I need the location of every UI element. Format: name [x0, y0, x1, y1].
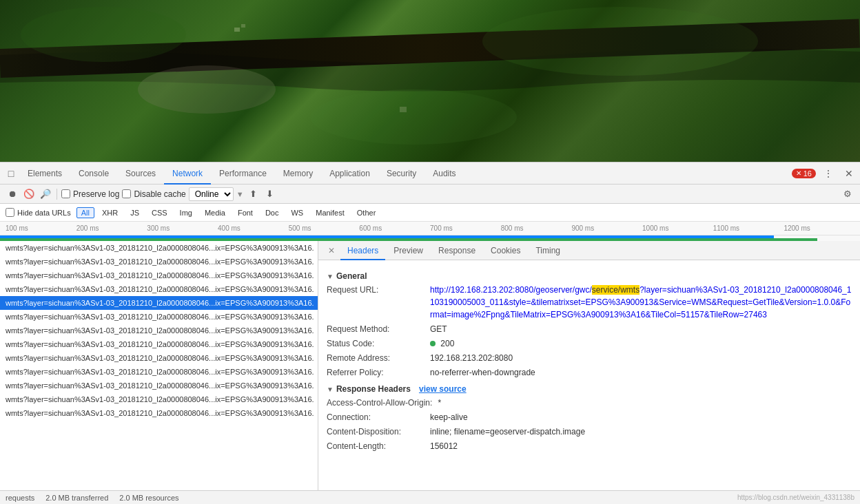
referrer-policy-row: Referrer Policy: no-referrer-when-downgr… [327, 366, 852, 379]
collapse-triangle-icon: ▼ [327, 273, 334, 280]
toolbar-separator [57, 189, 57, 200]
filter-all[interactable]: All [76, 207, 94, 218]
detail-tab-timing[interactable]: Timing [529, 241, 567, 260]
request-method-value: GET [430, 323, 852, 335]
clear-icon[interactable]: 🚫 [22, 187, 36, 201]
tab-network[interactable]: Network [164, 162, 211, 185]
timeline-label-1000ms: 1000 ms [642, 224, 713, 232]
progress-bar-blue [0, 238, 817, 241]
preserve-log-checkbox[interactable]: Preserve log [61, 189, 119, 199]
filter-img[interactable]: Img [175, 207, 197, 218]
filter-other[interactable]: Other [352, 207, 381, 218]
tab-audits[interactable]: Audits [424, 162, 464, 185]
svg-point-1 [482, 7, 758, 76]
content-disposition-value: inline; filename=geoserver-dispatch.imag… [430, 426, 852, 438]
hide-data-urls-checkbox[interactable] [6, 208, 14, 217]
request-item[interactable]: wmts?layer=sichuan%3ASv1-03_20181210_l2a… [0, 310, 318, 324]
filter-media[interactable]: Media [200, 207, 230, 218]
timeline-label-1100ms: 1100 ms [713, 224, 784, 232]
request-item[interactable]: wmts?layer=sichuan%3ASv1-03_20181210_l2a… [0, 351, 318, 365]
request-item[interactable]: wmts?layer=sichuan%3ASv1-03_20181210_l2a… [0, 406, 318, 420]
request-url-value: http://192.168.213.202:8080/geoserver/gw… [430, 284, 852, 321]
detail-tab-preview[interactable]: Preview [387, 241, 430, 260]
transferred-size: 2.0 MB transferred [45, 494, 108, 502]
collapse-triangle-icon: ▼ [327, 386, 334, 393]
request-method-row: Request Method: GET [327, 323, 852, 335]
request-item[interactable]: wmts?layer=sichuan%3ASv1-03_20181210_l2a… [0, 337, 318, 351]
request-item[interactable]: wmts?layer=sichuan%3ASv1-03_20181210_l2a… [0, 241, 318, 255]
content-length-value: 156012 [430, 440, 852, 452]
request-item[interactable]: wmts?layer=sichuan%3ASv1-03_20181210_l2a… [0, 255, 318, 269]
detail-tab-response[interactable]: Response [431, 241, 482, 260]
connection-label: Connection: [327, 411, 430, 423]
timeline-ruler: 100 ms 200 ms 300 ms 400 ms 500 ms 600 m… [0, 222, 860, 235]
timeline-label-800ms: 800 ms [501, 224, 572, 232]
disable-cache-checkbox[interactable]: Disable cache [122, 189, 185, 199]
satellite-image [0, 0, 860, 162]
status-code-row: Status Code: 200 [327, 337, 852, 350]
timeline-label-400ms: 400 ms [218, 224, 289, 232]
filter-manifest[interactable]: Manifest [311, 207, 349, 218]
more-options-icon[interactable]: ⋮ [820, 165, 837, 182]
request-item[interactable]: wmts?layer=sichuan%3ASv1-03_20181210_l2a… [0, 365, 318, 379]
request-item[interactable]: wmts?layer=sichuan%3ASv1-03_20181210_l2a… [0, 379, 318, 392]
progress-bars [0, 235, 860, 241]
tab-sources[interactable]: Sources [117, 162, 164, 185]
timeline-label-700ms: 700 ms [430, 224, 501, 232]
request-item[interactable]: wmts?layer=sichuan%3ASv1-03_20181210_l2a… [0, 269, 318, 282]
tab-console[interactable]: Console [70, 162, 117, 185]
url-part1: http://192.168.213.202:8080/geoserver/gw… [430, 285, 592, 295]
inspect-element-icon[interactable]: □ [3, 165, 19, 182]
filter-doc[interactable]: Doc [260, 207, 284, 218]
tab-application[interactable]: Application [321, 162, 378, 185]
filter-css[interactable]: CSS [147, 207, 172, 218]
tab-elements[interactable]: Elements [19, 162, 70, 185]
general-section-title: General [336, 271, 367, 281]
referrer-policy-value: no-referrer-when-downgrade [430, 366, 852, 379]
hide-data-urls-label: Hide data URLs [17, 209, 71, 217]
stop-recording-icon[interactable]: ⏺ [6, 187, 19, 201]
access-control-row: Access-Control-Allow-Origin: * [327, 397, 852, 409]
close-detail-icon[interactable]: ✕ [324, 241, 339, 260]
request-item[interactable]: wmts?layer=sichuan%3ASv1-03_20181210_l2a… [0, 392, 318, 406]
connection-value: keep-alive [430, 411, 852, 423]
detail-tab-cookies[interactable]: Cookies [484, 241, 527, 260]
filter-icon[interactable]: 🔎 [39, 187, 52, 201]
request-item[interactable]: wmts?layer=sichuan%3ASv1-03_20181210_l2a… [0, 282, 318, 296]
svg-point-2 [310, 90, 517, 145]
content-disposition-label: Content-Disposition: [327, 426, 430, 438]
request-method-label: Request Method: [327, 323, 430, 335]
detail-tab-headers[interactable]: Headers [340, 241, 385, 260]
request-item-selected[interactable]: wmts?layer=sichuan%3ASv1-03_20181210_l2a… [0, 296, 318, 310]
throttle-select[interactable]: Online [189, 187, 234, 201]
remote-address-row: Remote Address: 192.168.213.202:8080 [327, 352, 852, 364]
request-item[interactable]: wmts?layer=sichuan%3ASv1-03_20181210_l2a… [0, 324, 318, 337]
general-section-header[interactable]: ▼ General [327, 271, 852, 281]
filter-xhr[interactable]: XHR [97, 207, 123, 218]
response-headers-section-header[interactable]: ▼ Response Headers view source [327, 384, 852, 394]
remote-address-label: Remote Address: [327, 352, 430, 364]
tab-memory[interactable]: Memory [275, 162, 321, 185]
request-url-row: Request URL: http://192.168.213.202:8080… [327, 284, 852, 321]
view-source-link[interactable]: view source [419, 384, 467, 394]
url-highlight: service/wmts [592, 285, 639, 295]
filter-ws[interactable]: WS [286, 207, 308, 218]
status-bar: requests 2.0 MB transferred 2.0 MB resou… [0, 490, 860, 504]
close-devtools-icon[interactable]: ✕ [841, 165, 857, 182]
timeline-label-500ms: 500 ms [289, 224, 360, 232]
filter-font[interactable]: Font [233, 207, 258, 218]
content-disposition-row: Content-Disposition: inline; filename=ge… [327, 426, 852, 438]
filter-js[interactable]: JS [125, 207, 144, 218]
content-length-row: Content-Length: 156012 [327, 440, 852, 452]
tab-security[interactable]: Security [378, 162, 424, 185]
request-list: wmts?layer=sichuan%3ASv1-03_20181210_l2a… [0, 241, 318, 490]
settings-icon[interactable]: ⚙ [841, 187, 854, 201]
svg-point-0 [21, 7, 186, 62]
detail-content: ▼ General Request URL: http://192.168.21… [318, 260, 860, 490]
export-icon[interactable]: ⬇ [263, 187, 277, 201]
main-content: wmts?layer=sichuan%3ASv1-03_20181210_l2a… [0, 241, 860, 490]
remote-address-value: 192.168.213.202:8080 [430, 352, 852, 364]
filter-row: Hide data URLs All XHR JS CSS Img Media … [0, 204, 860, 222]
import-icon[interactable]: ⬆ [247, 187, 260, 201]
tab-performance[interactable]: Performance [211, 162, 275, 185]
